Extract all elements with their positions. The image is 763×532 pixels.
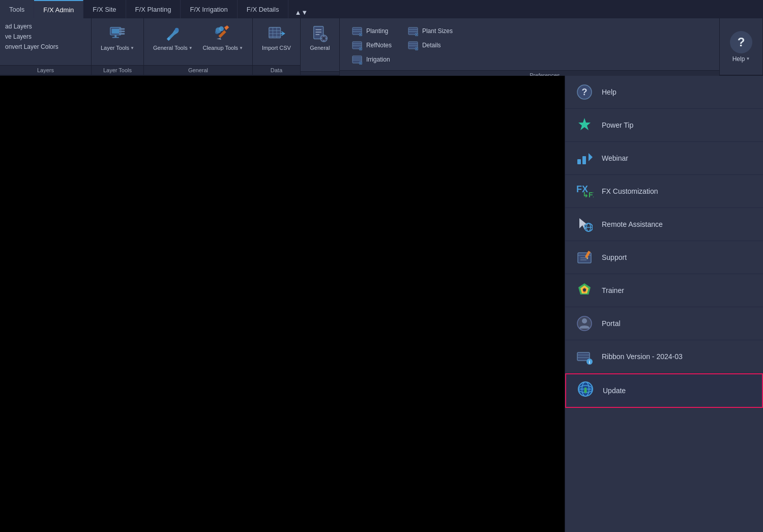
svg-rect-1 bbox=[112, 29, 120, 34]
help-menu-label: Help bbox=[602, 88, 617, 96]
pref-col-left: Planting RefNotes bbox=[345, 22, 399, 68]
general-section-inner: General Tools ▼ bbox=[144, 18, 252, 65]
trainer-menu-item[interactable]: Trainer bbox=[565, 274, 763, 307]
power-tip-menu-item[interactable]: Power Tip bbox=[565, 109, 763, 142]
general-pref-button[interactable]: General bbox=[306, 22, 334, 53]
fx-customization-label: FX Customization bbox=[602, 187, 658, 195]
svg-text:↳FX: ↳FX bbox=[582, 191, 594, 199]
tab-fx-details[interactable]: F/X Details bbox=[238, 0, 289, 18]
main-area: ? Help Power Tip Webinar bbox=[0, 76, 763, 532]
plant-sizes-pref-button[interactable]: Plant Sizes bbox=[404, 24, 457, 38]
svg-rect-87 bbox=[584, 388, 586, 391]
layer-tools-button[interactable]: Layer Tools ▼ bbox=[97, 22, 138, 53]
layer-tools-label: Layer Tools ▼ bbox=[101, 45, 134, 51]
svg-text:i: i bbox=[589, 360, 591, 365]
svg-rect-26 bbox=[320, 38, 322, 39]
webinar-menu-item[interactable]: Webinar bbox=[565, 142, 763, 175]
planting-pref-button[interactable]: Planting bbox=[348, 24, 396, 38]
refnotes-pref-button[interactable]: RefNotes bbox=[348, 39, 396, 52]
svg-point-47 bbox=[416, 34, 417, 35]
details-pref-button[interactable]: Details bbox=[404, 39, 457, 52]
ribbon-version-label: Ribbon Version - 2024-03 bbox=[602, 352, 683, 361]
support-icon bbox=[575, 248, 594, 267]
tab-fx-admin[interactable]: F/X Admin bbox=[34, 0, 83, 18]
layers-items: ad Layers ve Layers onvert Layer Colors bbox=[0, 18, 91, 65]
gen-pref-section: General bbox=[301, 18, 340, 75]
save-layers-item[interactable]: ve Layers bbox=[5, 32, 86, 42]
details-label: Details bbox=[422, 42, 441, 49]
svg-rect-56 bbox=[577, 159, 581, 164]
svg-marker-58 bbox=[589, 153, 593, 161]
irrigation-pref-button[interactable]: Irrigation bbox=[348, 53, 396, 66]
refnotes-label: RefNotes bbox=[366, 42, 392, 49]
ribbon-version-menu-item[interactable]: i Ribbon Version - 2024-03 bbox=[565, 340, 763, 373]
convert-layer-colors-item[interactable]: onvert Layer Colors bbox=[5, 42, 86, 52]
general-section-label: General bbox=[144, 65, 252, 75]
layer-tools-inner: Layer Tools ▼ bbox=[92, 18, 143, 65]
help-menu-icon: ? bbox=[575, 83, 594, 101]
trainer-icon bbox=[575, 281, 594, 300]
support-label: Support bbox=[602, 253, 627, 261]
general-pref-label: General bbox=[310, 45, 330, 51]
layers-section-label: Layers bbox=[0, 65, 91, 75]
tab-fx-site[interactable]: F/X Site bbox=[83, 0, 126, 18]
layer-tools-icon bbox=[108, 24, 127, 43]
load-layers-item[interactable]: ad Layers bbox=[5, 21, 86, 32]
help-menu-item[interactable]: ? Help bbox=[565, 76, 763, 109]
svg-rect-27 bbox=[325, 38, 327, 39]
svg-rect-25 bbox=[324, 40, 325, 42]
pref-col-right: Plant Sizes Details bbox=[401, 22, 460, 54]
svg-rect-4 bbox=[119, 33, 125, 35]
svg-text:?: ? bbox=[582, 87, 588, 97]
help-arrow-icon: ▼ bbox=[746, 56, 750, 61]
general-section: General Tools ▼ bbox=[144, 18, 253, 75]
support-menu-item[interactable]: Support bbox=[565, 241, 763, 274]
portal-menu-item[interactable]: Portal bbox=[565, 307, 763, 340]
import-csv-icon bbox=[267, 24, 285, 43]
cleanup-tools-button[interactable]: Cleanup Tools ▼ bbox=[199, 22, 247, 53]
power-tip-icon bbox=[575, 116, 594, 134]
plant-sizes-label: Plant Sizes bbox=[422, 27, 453, 35]
general-tools-icon bbox=[164, 24, 182, 43]
cleanup-tools-label: Cleanup Tools ▼ bbox=[203, 45, 243, 51]
general-tools-label: General Tools ▼ bbox=[153, 45, 193, 51]
canvas-area[interactable] bbox=[0, 76, 565, 532]
svg-point-37 bbox=[360, 48, 361, 49]
import-csv-button[interactable]: Import CSV bbox=[258, 22, 295, 53]
layers-section: ad Layers ve Layers onvert Layer Colors … bbox=[0, 18, 92, 75]
tab-fx-planting[interactable]: F/X Planting bbox=[126, 0, 181, 18]
details-icon bbox=[408, 40, 418, 50]
general-pref-icon bbox=[311, 24, 329, 43]
data-section-label: Data bbox=[253, 65, 300, 75]
preferences-inner: Planting RefNotes bbox=[340, 18, 719, 70]
planting-label: Planting bbox=[366, 27, 388, 35]
help-label: Help bbox=[732, 55, 745, 63]
update-icon bbox=[576, 381, 595, 400]
help-large-button[interactable]: ? Help ▼ bbox=[720, 18, 763, 75]
tab-fx-irrigation[interactable]: F/X Irrigation bbox=[181, 0, 237, 18]
remote-assistance-icon bbox=[575, 215, 594, 233]
portal-icon bbox=[575, 314, 594, 333]
svg-rect-57 bbox=[582, 156, 586, 164]
fx-customization-icon: FX ↳FX bbox=[575, 182, 594, 200]
svg-rect-3 bbox=[119, 31, 125, 32]
tab-bar: Tools F/X Admin F/X Site F/X Planting F/… bbox=[0, 0, 763, 18]
svg-rect-24 bbox=[324, 35, 325, 37]
fx-customization-menu-item[interactable]: FX ↳FX FX Customization bbox=[565, 175, 763, 208]
svg-point-52 bbox=[416, 48, 417, 49]
svg-point-7 bbox=[175, 28, 179, 32]
irrigation-label: Irrigation bbox=[366, 56, 390, 63]
remote-assistance-menu-item[interactable]: Remote Assistance bbox=[565, 208, 763, 241]
irrigation-icon bbox=[352, 54, 362, 65]
ribbon: Tools F/X Admin F/X Site F/X Planting F/… bbox=[0, 0, 763, 76]
tab-tools[interactable]: Tools bbox=[0, 0, 34, 18]
profile-button[interactable]: ▲▼ bbox=[288, 7, 314, 18]
svg-point-42 bbox=[360, 63, 361, 64]
svg-point-23 bbox=[322, 37, 326, 40]
general-tools-button[interactable]: General Tools ▼ bbox=[149, 22, 197, 53]
import-csv-label: Import CSV bbox=[262, 45, 291, 51]
update-menu-item[interactable]: Update bbox=[565, 373, 763, 408]
power-tip-label: Power Tip bbox=[602, 121, 633, 129]
planting-icon bbox=[352, 26, 362, 36]
layer-tools-section-label: Layer Tools bbox=[92, 65, 143, 75]
